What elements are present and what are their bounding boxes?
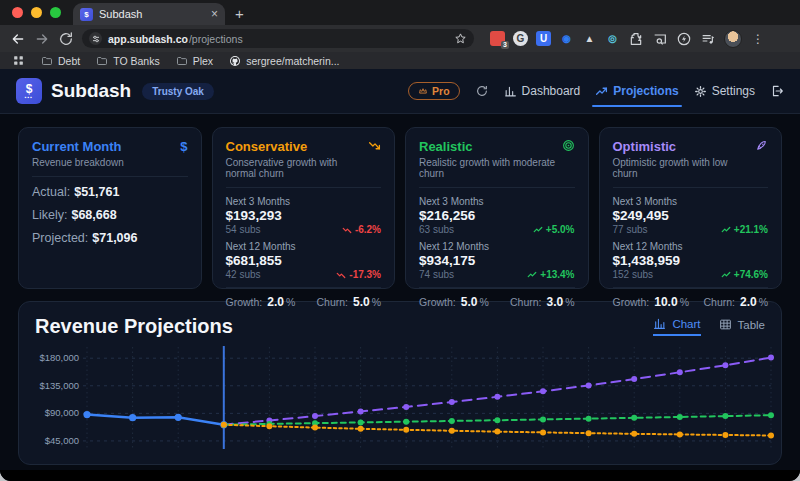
delta-badge: -6.2% [342,224,381,235]
bookmarks-bar: Debt TO Banks Plex sergree/matcherin... [0,52,800,69]
browser-tab[interactable]: $ Subdash × [73,3,225,25]
view-toggle: Chart Table [653,317,765,336]
extensions-puzzle-icon[interactable] [628,31,644,47]
growth-churn-row: Growth:5.0% Churn:3.0% [419,287,575,309]
media-queue-icon[interactable] [700,31,716,47]
growth-churn-row: Growth:10.0% Churn:2.0% [613,287,769,309]
tab-close-icon[interactable]: × [211,8,218,20]
folder-icon [96,55,108,67]
subdash-logo-icon: $▪▪▪ [16,78,42,104]
triangle-extension-icon[interactable]: ▲ [582,31,597,46]
period-next-3-months: Next 3 Months $216,256 63 subs +5.0% [419,196,575,235]
current-month-title: Current Month [32,139,124,154]
trend-down-mini-icon [342,225,352,235]
atom-extension-icon[interactable]: ◎ [605,31,620,46]
apps-grid-icon[interactable] [12,54,25,67]
refresh-icon[interactable] [475,84,489,98]
delta-badge: +13.4% [527,269,574,280]
window-search-icon[interactable] [652,31,668,47]
profile-avatar[interactable] [724,30,742,48]
dollar-icon: $ [180,139,187,154]
bookmark-item[interactable]: Plex [176,55,213,67]
logout-icon[interactable] [770,84,784,98]
zoom-window-button[interactable] [50,7,61,18]
delta-badge: +5.0% [533,224,575,235]
u-extension-icon[interactable]: U [536,31,551,46]
chart-view-tab[interactable]: Chart [653,317,700,336]
period-next-12-months: Next 12 Months $1,438,959 152 subs +74.6… [613,241,769,280]
chart-view-icon [653,317,666,330]
app-header: $▪▪▪ Subdash Trusty Oak Pro Dashboard [0,69,800,114]
minimize-window-button[interactable] [31,7,42,18]
workspace-badge[interactable]: Trusty Oak [142,83,214,100]
pro-badge[interactable]: Pro [408,82,460,100]
current-month-subtitle: Revenue breakdown [32,157,124,168]
folder-icon [41,55,53,67]
g-extension-icon[interactable]: G [513,31,528,46]
trend-up-mini-icon [721,225,731,235]
scenario-subtitle: Optimistic growth with low churn [613,157,756,179]
crown-icon [418,86,428,96]
traffic-lights [0,0,73,25]
url-path: /projections [189,33,243,45]
bookmark-item[interactable]: TO Banks [96,55,160,67]
reload-icon[interactable] [58,31,74,47]
svg-text:$180,000: $180,000 [39,352,79,363]
revenue-row: Projected:$71,096 [32,231,188,245]
scenario-title: Realistic [419,139,562,154]
growth-churn-row: Growth:2.0% Churn:5.0% [226,287,382,309]
forward-icon[interactable] [34,31,50,47]
period-next-3-months: Next 3 Months $249,495 77 subs +21.1% [613,196,769,235]
nav-projections[interactable]: Projections [595,69,678,113]
trend-up-mini-icon [721,270,731,280]
scenario-subtitle: Conservative growth with normal churn [226,157,369,179]
folder-icon [176,55,188,67]
revenue-row: Actual:$51,761 [32,185,188,199]
revenue-row: Likely:$68,668 [32,208,188,222]
target-icon [562,139,575,152]
period-next-12-months: Next 12 Months $934,175 74 subs +13.4% [419,241,575,280]
new-tab-button[interactable]: + [225,5,256,25]
subdash-app: $▪▪▪ Subdash Trusty Oak Pro Dashboard [0,69,800,470]
bookmark-star-icon[interactable] [454,32,467,45]
bar-chart-icon [504,85,517,98]
delta-badge: +21.1% [721,224,768,235]
delta-badge: -17.3% [336,269,381,280]
browser-menu-icon[interactable]: ⋮ [750,32,766,46]
trend-up-mini-icon [533,225,543,235]
svg-text:$45,000: $45,000 [45,435,79,446]
red-extension-icon[interactable]: 3 [490,31,505,46]
url-host: app.subdash.co [108,33,188,45]
tab-title: Subdash [99,8,142,20]
current-month-card: Current Month Revenue breakdown $ Actual… [18,127,202,289]
performance-shield-icon[interactable] [676,31,692,47]
github-icon [229,55,241,67]
address-bar[interactable]: app.subdash.co/projections [82,29,474,48]
tab-strip: $ Subdash × + [0,0,800,25]
nav-dashboard[interactable]: Dashboard [504,69,581,113]
scenario-cards-row: Current Month Revenue breakdown $ Actual… [18,127,782,289]
trending-up-icon [595,85,608,98]
bookmark-item[interactable]: sergree/matcherin... [229,55,339,67]
scenario-title: Optimistic [613,139,756,154]
scenario-card: Optimistic Optimistic growth with low ch… [599,127,783,289]
nav-settings[interactable]: Settings [694,69,755,113]
table-view-tab[interactable]: Table [719,318,766,335]
browser-toolbar: app.subdash.co/projections 3GU◉▲◎ ⋮ [0,25,800,52]
bookmark-item[interactable]: Debt [41,55,80,67]
site-settings-icon[interactable] [89,32,102,45]
current-month-rows: Actual:$51,761Likely:$68,668Projected:$7… [32,185,188,245]
extensions-row: 3GU◉▲◎ [490,31,620,46]
scenario-card: Conservative Conservative growth with no… [212,127,396,289]
blue-circle-extension-icon[interactable]: ◉ [559,31,574,46]
back-icon[interactable] [10,31,26,47]
period-next-12-months: Next 12 Months $681,855 42 subs -17.3% [226,241,382,280]
scenario-title: Conservative [226,139,369,154]
delta-badge: +74.6% [721,269,768,280]
revenue-chart[interactable]: $45,000$90,000$135,000$180,000 [35,344,779,454]
scenario-subtitle: Realistic growth with moderate churn [419,157,562,179]
browser-window: $ Subdash × + app.subdash.co/projections… [0,0,800,481]
gear-icon [694,85,707,98]
close-window-button[interactable] [12,7,23,18]
trend-down-mini-icon [336,270,346,280]
